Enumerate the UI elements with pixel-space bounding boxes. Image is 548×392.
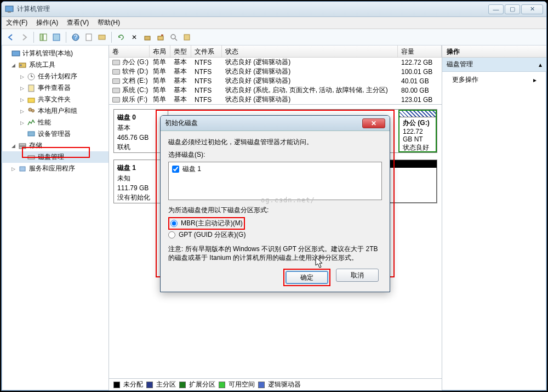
chevron-right-icon: ▸: [533, 76, 536, 84]
menu-help[interactable]: 帮助(H): [98, 18, 120, 27]
maximize-button[interactable]: ▢: [505, 4, 520, 14]
actions-title: 操作: [442, 46, 546, 58]
cancel-button[interactable]: 取消: [336, 269, 379, 282]
svg-rect-26: [19, 146, 26, 149]
gpt-radio-row[interactable]: GPT (GUID 分区表)(G): [168, 230, 382, 240]
disk-checkbox-row[interactable]: 磁盘 1: [172, 164, 378, 174]
dialog-message: 磁盘必须经过初始化，逻辑磁盘管理器才能访问。: [168, 138, 382, 147]
volume-row[interactable]: 娱乐 (F:)简单基本NTFS状态良好 (逻辑驱动器)123.01 GB: [109, 95, 442, 104]
volume-row[interactable]: 系统 (C:)简单基本NTFS状态良好 (系统, 启动, 页面文件, 活动, 故…: [109, 86, 442, 95]
collapse-icon: ▴: [539, 61, 542, 69]
actions-more[interactable]: 更多操作▸: [442, 72, 546, 88]
tool-button-3[interactable]: [155, 31, 167, 43]
help-button[interactable]: ?: [70, 31, 82, 43]
titlebar[interactable]: 计算机管理 — ▢ ✕: [2, 2, 546, 17]
menu-view[interactable]: 查看(V): [67, 18, 89, 27]
svg-line-12: [175, 38, 177, 41]
disk0-partition-g[interactable]: 办公 (G:) 122.72 GB NT 状态良好 (逻辑: [398, 110, 437, 152]
col-capacity[interactable]: 容量: [398, 46, 442, 57]
actions-panel: 操作 磁盘管理▴ 更多操作▸: [442, 46, 546, 390]
tree-device-manager[interactable]: 设备管理器: [2, 128, 109, 140]
svg-rect-9: [145, 36, 150, 40]
search-icon[interactable]: [168, 31, 180, 43]
tree-shared-folders[interactable]: ▷共享文件夹: [2, 94, 109, 105]
svg-rect-25: [19, 144, 26, 146]
ok-button[interactable]: 确定: [286, 271, 328, 284]
tree-systools[interactable]: ◢系统工具: [2, 59, 109, 71]
minimize-button[interactable]: —: [488, 4, 504, 14]
col-status[interactable]: 状态: [222, 46, 398, 57]
menubar: 文件(F) 操作(A) 查看(V) 帮助(H): [2, 17, 546, 29]
refresh-button[interactable]: [115, 31, 127, 43]
mbr-radio-row[interactable]: MBR(主启动记录)(M): [170, 218, 243, 229]
tree-disk-management[interactable]: 磁盘管理: [2, 151, 109, 163]
highlight-ok: 确定: [283, 269, 330, 286]
dialog-close-button[interactable]: ✕: [362, 118, 385, 128]
svg-rect-1: [8, 12, 11, 13]
tree-storage[interactable]: ◢存储: [2, 140, 109, 151]
tree-root[interactable]: 计算机管理(本地): [2, 48, 109, 59]
highlight-mbr: MBR(主启动记录)(M): [168, 217, 245, 230]
svg-rect-4: [53, 34, 60, 41]
col-type[interactable]: 类型: [170, 46, 191, 57]
col-layout[interactable]: 布局: [150, 46, 170, 57]
tree-performance[interactable]: ▷性能: [2, 117, 109, 128]
legend-logical-swatch: [258, 382, 265, 388]
disk1-checkbox[interactable]: [172, 166, 179, 173]
svg-rect-3: [43, 34, 47, 41]
tree-services-apps[interactable]: ▷服务和应用程序: [2, 163, 109, 174]
legend-extended-swatch: [179, 382, 186, 388]
volume-list[interactable]: 办公 (G:)简单基本NTFS状态良好 (逻辑驱动器)122.72 GB软件 (…: [109, 58, 442, 104]
svg-point-23: [32, 109, 35, 112]
legend-unalloc-swatch: [113, 382, 120, 388]
init-disk-dialog: 初始化磁盘 ✕ 磁盘必须经过初始化，逻辑磁盘管理器才能访问。 选择磁盘(S): …: [160, 115, 390, 292]
dialog-note: 注意: 所有早期版本的 Windows 不识别 GPT 分区形式。建议在大于 2…: [168, 245, 382, 262]
disk-select-list[interactable]: 磁盘 1: [168, 162, 382, 200]
svg-text:?: ?: [74, 33, 78, 41]
svg-rect-0: [5, 6, 13, 12]
tree-local-users[interactable]: ▷本地用户和组: [2, 105, 109, 117]
svg-point-16: [20, 64, 22, 66]
properties-button[interactable]: [83, 31, 95, 43]
tree-event-viewer[interactable]: ▷事件查看器: [2, 82, 109, 94]
svg-rect-10: [158, 36, 163, 40]
show-hide-tree-button[interactable]: [37, 31, 49, 43]
partition-style-label: 为所选磁盘使用以下磁盘分区形式:: [168, 206, 382, 215]
col-volume[interactable]: 卷: [109, 46, 150, 57]
volume-list-header: 卷 布局 类型 文件系统 状态 容量: [109, 46, 442, 58]
window-title: 计算机管理: [17, 4, 488, 14]
svg-rect-24: [28, 132, 35, 136]
svg-rect-27: [28, 156, 35, 159]
menu-action[interactable]: 操作(A): [36, 18, 58, 27]
volume-row[interactable]: 办公 (G:)简单基本NTFS状态良好 (逻辑驱动器)122.72 GB: [109, 58, 442, 67]
tool-button-4[interactable]: [181, 31, 193, 43]
close-button[interactable]: ✕: [521, 4, 543, 14]
back-button[interactable]: [5, 31, 17, 43]
svg-rect-29: [20, 167, 25, 171]
select-disk-label: 选择磁盘(S):: [168, 150, 382, 160]
svg-point-11: [171, 35, 175, 39]
col-filesystem[interactable]: 文件系统: [191, 46, 222, 57]
svg-point-28: [29, 157, 30, 158]
svg-rect-14: [12, 51, 20, 56]
app-icon: [5, 5, 14, 14]
legend: 未分配 主分区 扩展分区 可用空间 逻辑驱动器: [109, 378, 442, 390]
mbr-radio[interactable]: [170, 220, 178, 227]
view-button[interactable]: [50, 31, 62, 43]
volume-row[interactable]: 软件 (D:)简单基本NTFS状态良好 (逻辑驱动器)100.01 GB: [109, 67, 442, 76]
tool-button-2[interactable]: [141, 31, 153, 43]
actions-section[interactable]: 磁盘管理▴: [442, 58, 546, 72]
tool-button-1[interactable]: [96, 31, 108, 43]
delete-icon[interactable]: ✕: [128, 31, 140, 43]
svg-rect-8: [99, 35, 105, 39]
toolbar: ? ✕: [2, 29, 546, 46]
svg-rect-7: [86, 34, 92, 41]
menu-file[interactable]: 文件(F): [6, 18, 27, 27]
svg-rect-20: [28, 85, 34, 92]
svg-rect-21: [28, 98, 35, 103]
volume-row[interactable]: 文档 (E:)简单基本NTFS状态良好 (逻辑驱动器)40.01 GB: [109, 76, 442, 86]
tree-task-scheduler[interactable]: ▷任务计划程序: [2, 71, 109, 82]
forward-button[interactable]: [18, 31, 30, 43]
gpt-radio[interactable]: [168, 231, 175, 238]
dialog-titlebar[interactable]: 初始化磁盘 ✕: [161, 116, 390, 131]
